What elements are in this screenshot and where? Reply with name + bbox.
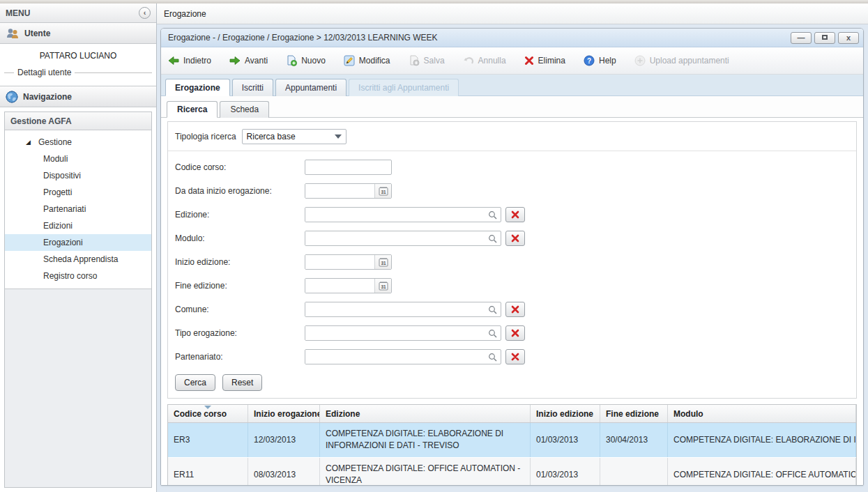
outer-tab-label[interactable]: Erogazione [164, 9, 206, 19]
field-row-partenariato: Partenariato: [175, 349, 849, 364]
search-icon[interactable] [484, 208, 501, 222]
nav-panel-header[interactable]: Gestione AGFA [5, 112, 151, 130]
column-header-inizio-edizione[interactable]: Inizio edizione [531, 405, 600, 422]
collapse-sidebar-icon[interactable]: ‹ [139, 7, 151, 19]
users-icon [6, 28, 20, 39]
tree-expanded-icon[interactable]: ◢ [26, 139, 34, 146]
tree-item-moduli[interactable]: Moduli [5, 151, 151, 167]
search-typology-row: Tipologia ricerca Ricerca base [168, 128, 856, 151]
clear-x-icon [511, 353, 519, 361]
subtab-ricerca[interactable]: Ricerca [167, 101, 218, 118]
clear-partenariato-button[interactable] [505, 349, 525, 364]
calendar-icon[interactable]: 31 [374, 279, 391, 293]
outer-tab-bar: Erogazione [157, 3, 868, 24]
window-titlebar: Erogazione - / Erogazione / Erogazione >… [161, 29, 863, 47]
column-header-modulo[interactable]: Modulo [668, 405, 856, 422]
tab-strip: Erogazione Iscritti Appuntamenti Iscritt… [161, 75, 863, 96]
upload-appointments-button: Upload appuntamenti [634, 55, 729, 66]
window-title: Erogazione - / Erogazione / Erogazione >… [168, 33, 788, 43]
table-row[interactable]: ER3 12/03/2013 COMPETENZA DIGITALE: ELAB… [168, 423, 856, 457]
edit-button[interactable]: Modifica [344, 55, 390, 66]
table-row[interactable]: ER11 08/03/2013 COMPETENZA DIGITALE: OFF… [168, 457, 856, 485]
partenariato-input[interactable] [305, 350, 484, 364]
tree-item-scheda-apprendista[interactable]: Scheda Apprendista [5, 251, 151, 268]
tree-item-erogazioni[interactable]: Erogazioni [5, 234, 151, 251]
tree-node-gestione[interactable]: ◢ Gestione [5, 134, 151, 151]
search-icon[interactable] [484, 350, 501, 364]
clear-edizione-button[interactable] [505, 207, 525, 222]
undo-icon [463, 56, 474, 66]
comune-input[interactable] [305, 302, 484, 316]
back-icon [168, 56, 179, 66]
tree-item-partenariati[interactable]: Partenariati [5, 201, 151, 217]
search-tab-content: Tipologia ricerca Ricerca base Codice co… [161, 118, 863, 485]
reset-button[interactable]: Reset [222, 374, 262, 391]
user-name: PATTARO LUCIANO [0, 51, 156, 61]
clear-modulo-button[interactable] [505, 231, 525, 246]
close-icon[interactable]: x [838, 32, 859, 44]
inizio-edizione-input[interactable] [305, 255, 374, 269]
codice-corso-input[interactable] [305, 160, 392, 175]
calendar-icon[interactable]: 31 [374, 255, 391, 269]
clear-tipo-erogazione-button[interactable] [505, 325, 525, 341]
user-section-header[interactable]: Utente [0, 23, 156, 44]
clear-comune-button[interactable] [505, 302, 525, 317]
column-header-codice-corso[interactable]: Codice corso [168, 405, 248, 422]
delete-x-icon [524, 56, 534, 66]
forward-button[interactable]: Avanti [229, 56, 268, 66]
field-row-codice-corso: Codice corso: [175, 160, 849, 175]
typology-select[interactable]: Ricerca base [242, 129, 347, 144]
tab-appuntamenti[interactable]: Appuntamenti [275, 79, 347, 96]
modulo-input[interactable] [305, 231, 484, 245]
search-form-panel: Tipologia ricerca Ricerca base Codice co… [167, 121, 857, 399]
navigation-tree: ◢ Gestione Moduli Dispositivi Progetti P… [5, 130, 151, 289]
tab-iscritti[interactable]: Iscritti [232, 79, 273, 96]
search-icon[interactable] [484, 231, 501, 245]
clear-x-icon [511, 329, 519, 337]
delete-button[interactable]: Elimina [524, 56, 565, 66]
field-row-inizio-edizione: Inizio edizione: 31 [175, 254, 849, 270]
save-button: Salva [409, 55, 445, 66]
menu-title: MENU [6, 8, 30, 18]
da-data-inizio-input[interactable] [305, 184, 374, 198]
undo-button: Annulla [463, 56, 506, 66]
tipo-erogazione-input[interactable] [305, 326, 484, 340]
search-button[interactable]: Cerca [175, 374, 215, 391]
field-row-comune: Comune: [175, 302, 849, 317]
navigation-section-header[interactable]: Navigazione [0, 86, 156, 107]
field-row-modulo: Modulo: [175, 231, 849, 246]
fine-edizione-input[interactable] [305, 279, 374, 293]
svg-text:31: 31 [381, 261, 386, 266]
edit-pencil-icon [344, 55, 355, 66]
minimize-icon[interactable]: — [791, 32, 812, 44]
tree-item-edizioni[interactable]: Edizioni [5, 217, 151, 234]
subtab-scheda[interactable]: Scheda [220, 101, 269, 118]
user-body: PATTARO LUCIANO Dettagli utente [0, 44, 156, 86]
search-icon[interactable] [484, 326, 501, 340]
typology-label: Tipologia ricerca [175, 132, 236, 141]
field-row-tipo-erogazione: Tipo erogazione: [175, 325, 849, 341]
grid-header-row: Codice corso Inizio erogazione Edizione … [168, 405, 856, 423]
search-icon[interactable] [484, 302, 501, 316]
tree-item-dispositivi[interactable]: Dispositivi [5, 167, 151, 184]
column-header-inizio-erogazione[interactable]: Inizio erogazione [248, 405, 320, 422]
column-header-edizione[interactable]: Edizione [320, 405, 531, 422]
tree-item-progetti[interactable]: Progetti [5, 184, 151, 201]
help-button[interactable]: ? Help [584, 55, 616, 66]
field-row-fine-edizione: Fine edizione: 31 [175, 278, 849, 293]
calendar-icon[interactable]: 31 [374, 184, 391, 198]
column-header-fine-edizione[interactable]: Fine edizione [600, 405, 668, 422]
tab-erogazione[interactable]: Erogazione [165, 79, 230, 96]
chevron-down-icon [335, 134, 342, 139]
application: MENU ‹ Utente PATTARO LUCIANO Dettagli u… [0, 0, 868, 492]
navigation-section-label: Navigazione [23, 92, 72, 102]
sidebar-filler [5, 289, 151, 487]
user-details-label[interactable]: Dettagli utente [14, 68, 75, 77]
back-button[interactable]: Indietro [168, 56, 211, 66]
erogazione-window: Erogazione - / Erogazione / Erogazione >… [160, 28, 864, 486]
toolbar: Indietro Avanti [161, 47, 863, 75]
tree-item-registro-corso[interactable]: Registro corso [5, 268, 151, 284]
new-button[interactable]: Nuovo [286, 55, 326, 66]
edizione-input[interactable] [305, 208, 484, 222]
maximize-icon[interactable] [814, 32, 835, 44]
